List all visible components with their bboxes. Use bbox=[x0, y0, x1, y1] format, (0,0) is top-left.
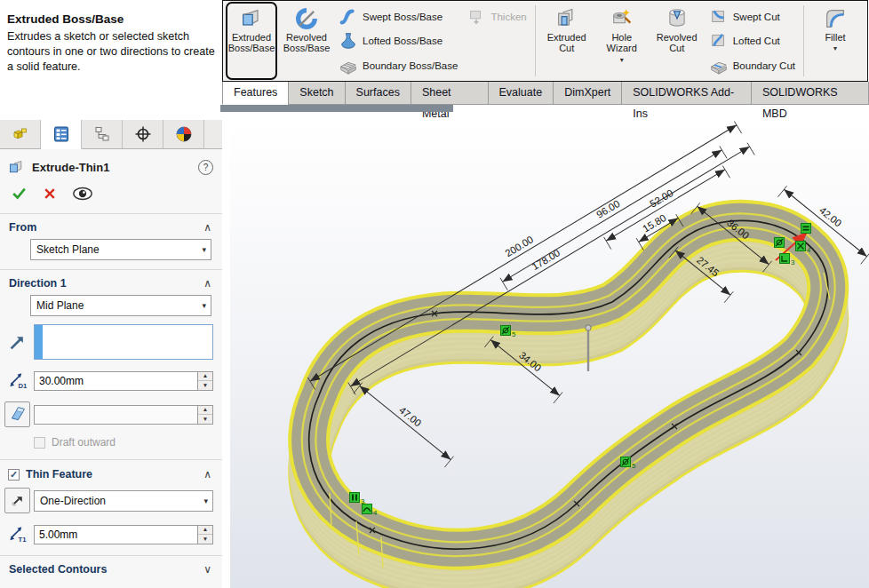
revolved-boss-base-button[interactable]: Revolved Boss/Base bbox=[281, 2, 332, 80]
thin-type-row: One-Direction ▾ bbox=[4, 488, 213, 513]
tab-evaluate[interactable]: Evaluate bbox=[488, 82, 554, 105]
boundary-boss-base-button[interactable]: Boundary Boss/Base bbox=[336, 54, 460, 76]
tab-dimxpert[interactable]: DimXpert bbox=[553, 82, 622, 105]
reverse-direction-button[interactable] bbox=[4, 488, 30, 513]
direction-arrow-icon[interactable] bbox=[4, 332, 30, 353]
thicken-label: Thicken bbox=[490, 12, 526, 22]
expand-chevron-icon[interactable]: ∨ bbox=[203, 563, 211, 576]
tab-propertymanager[interactable] bbox=[41, 120, 82, 149]
extruded-cut-label: Extruded Cut bbox=[541, 32, 593, 54]
fillet-dropdown-icon[interactable]: ▾ bbox=[833, 45, 837, 52]
direction1-label: Direction 1 bbox=[9, 277, 67, 290]
tab-surfaces[interactable]: Surfaces bbox=[345, 82, 411, 105]
tab-configurationmanager[interactable] bbox=[82, 120, 123, 148]
model-body[interactable] bbox=[309, 220, 830, 580]
sketch-relation-badge-equal[interactable] bbox=[801, 224, 811, 234]
feature-title: Extrude-Thin1 bbox=[32, 161, 192, 174]
tab-sketch[interactable]: Sketch bbox=[288, 82, 345, 105]
tab-sheet-metal-label: Sheet Metal bbox=[422, 86, 451, 120]
tab-evaluate-label: Evaluate bbox=[499, 86, 543, 99]
draft-outward-checkbox[interactable] bbox=[34, 437, 45, 449]
tooltip-title: Extruded Boss/Base bbox=[7, 12, 217, 26]
fillet-icon bbox=[823, 6, 848, 31]
collapse-chevron-icon[interactable]: ∧ bbox=[203, 468, 211, 481]
tab-surfaces-label: Surfaces bbox=[356, 86, 400, 99]
thickness-input[interactable]: 5.00mm ▲▼ bbox=[34, 525, 213, 544]
extruded-cut-icon bbox=[554, 6, 579, 31]
end-condition-value: Mid Plane bbox=[36, 299, 84, 312]
svg-text:47.00: 47.00 bbox=[397, 404, 424, 428]
tab-sheet-metal[interactable]: Sheet Metal bbox=[411, 82, 489, 105]
dropdown-caret-icon: ▾ bbox=[202, 245, 206, 254]
thicken-icon bbox=[466, 7, 486, 27]
from-section-header[interactable]: From ∧ bbox=[0, 214, 222, 236]
boundary-boss-icon bbox=[339, 56, 358, 75]
tab-dimxpert-label: DimXpert bbox=[564, 86, 610, 99]
extruded-boss-base-button[interactable]: Extruded Boss/Base bbox=[226, 2, 277, 80]
swept-boss-base-label: Swept Boss/Base bbox=[363, 12, 442, 22]
draft-angle-stepper[interactable]: ▲▼ bbox=[197, 406, 212, 424]
boundary-cut-label: Boundary Cut bbox=[733, 60, 795, 71]
ribbon-separator-2 bbox=[803, 5, 804, 76]
swept-cut-label: Swept Cut bbox=[733, 12, 780, 22]
draft-angle-input[interactable]: ▲▼ bbox=[34, 405, 213, 425]
ribbon-separator bbox=[535, 5, 536, 76]
fillet-button[interactable]: Fillet ▾ bbox=[809, 2, 861, 80]
cancel-x-icon[interactable] bbox=[43, 186, 57, 202]
tab-featuremanager-tree[interactable] bbox=[0, 120, 41, 148]
from-label: From bbox=[9, 221, 36, 234]
depth-row: D1 30.00mm ▲▼ bbox=[4, 370, 213, 391]
hole-wizard-dropdown-icon[interactable]: ▾ bbox=[620, 57, 624, 64]
tab-features[interactable]: Features bbox=[222, 82, 289, 105]
tab-solidworks-mbd[interactable]: SOLIDWORKS MBD bbox=[751, 82, 869, 105]
hole-wizard-button[interactable]: Hole Wizard ▾ bbox=[596, 2, 648, 80]
direction-reference-box[interactable] bbox=[34, 324, 213, 360]
tab-dimxpertmanager[interactable] bbox=[123, 120, 163, 148]
selected-contours-header[interactable]: Selected Contours ∨ bbox=[0, 556, 222, 578]
depth-input[interactable]: 30.00mm ▲▼ bbox=[34, 371, 213, 391]
revolved-boss-icon bbox=[294, 6, 319, 31]
feature-title-row: Extrude-Thin1 ? bbox=[0, 149, 222, 177]
dropdown-caret-icon: ▾ bbox=[202, 301, 206, 310]
extruded-cut-button[interactable]: Extruded Cut bbox=[541, 2, 593, 80]
tab-sketch-label: Sketch bbox=[299, 86, 333, 99]
thin-type-dropdown[interactable]: One-Direction ▾ bbox=[34, 490, 213, 512]
collapse-chevron-icon[interactable]: ∧ bbox=[203, 277, 211, 290]
property-manager-panel: Extrude-Thin1 ? From ∧ Sketch Plane ▾ Di… bbox=[0, 120, 222, 588]
draft-outward-label: Draft outward bbox=[52, 436, 116, 449]
graphics-area[interactable]: 200.00 178.00 96.00 52.00 15.80 36.00 27… bbox=[230, 120, 869, 588]
tab-solidworks-addins[interactable]: SOLIDWORKS Add-Ins bbox=[621, 82, 752, 105]
hole-wizard-icon bbox=[610, 6, 634, 31]
draft-row: ▲▼ bbox=[4, 401, 213, 427]
thicken-button[interactable]: Thicken bbox=[464, 5, 529, 28]
dropdown-caret-icon: ▾ bbox=[203, 497, 208, 505]
lofted-cut-button[interactable]: Lofted Cut bbox=[706, 30, 798, 52]
direction1-section-header[interactable]: Direction 1 ∧ bbox=[0, 270, 222, 292]
collapse-chevron-icon[interactable]: ∧ bbox=[203, 221, 211, 234]
help-icon[interactable]: ? bbox=[198, 160, 213, 175]
thickness-t1-icon: T1 bbox=[4, 524, 30, 544]
preview-eye-icon[interactable] bbox=[72, 186, 93, 202]
tab-displaymanager[interactable] bbox=[163, 120, 204, 148]
revolved-cut-label: Revolved Cut bbox=[651, 32, 703, 54]
swept-cut-button[interactable]: Swept Cut bbox=[706, 5, 798, 28]
feature-tooltip: Extruded Boss/Base Extrudes a sketch or … bbox=[7, 12, 217, 75]
from-plane-dropdown[interactable]: Sketch Plane ▾ bbox=[30, 239, 211, 260]
viewport-canvas[interactable]: 200.00 178.00 96.00 52.00 15.80 36.00 27… bbox=[230, 120, 869, 588]
thickness-stepper[interactable]: ▲▼ bbox=[197, 526, 212, 544]
swept-boss-base-button[interactable]: Swept Boss/Base bbox=[336, 5, 460, 28]
depth-stepper[interactable]: ▲▼ bbox=[197, 372, 212, 390]
revolved-cut-button[interactable]: Revolved Cut bbox=[651, 2, 703, 80]
thickness-value: 5.00mm bbox=[35, 528, 197, 541]
draft-button[interactable] bbox=[4, 401, 30, 427]
lofted-boss-base-button[interactable]: Lofted Boss/Base bbox=[336, 30, 460, 52]
command-tab-bar: Features Sketch Surfaces Sheet Metal Eva… bbox=[222, 82, 869, 105]
thin-feature-checkbox[interactable]: ✓ bbox=[8, 469, 20, 481]
sketch-relation-badge-diameter-3[interactable] bbox=[775, 238, 785, 248]
boundary-cut-button[interactable]: Boundary Cut bbox=[706, 54, 798, 76]
svg-text:42.00: 42.00 bbox=[817, 204, 844, 228]
tab-solidworks-addins-label: SOLIDWORKS Add-Ins bbox=[633, 86, 734, 120]
end-condition-dropdown[interactable]: Mid Plane ▾ bbox=[30, 295, 211, 316]
thin-feature-label: Thin Feature bbox=[26, 468, 92, 481]
ok-check-icon[interactable] bbox=[11, 186, 28, 202]
